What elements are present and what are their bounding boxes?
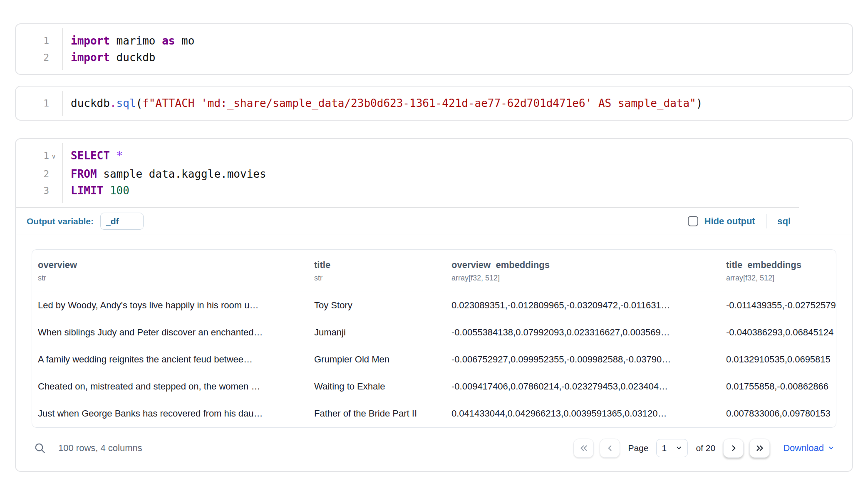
page-select[interactable]: 1 (656, 439, 688, 457)
download-button[interactable]: Download (783, 443, 835, 454)
cell-overview_embeddings: -0.009417406,0.07860214,-0.023279453,0.0… (446, 373, 720, 400)
table-header-row: overviewstrtitlestroverview_embeddingsar… (32, 250, 836, 292)
toolbar-divider (766, 214, 767, 228)
cell-title_embeddings: -0.011439355,-0.02752579 (720, 292, 836, 319)
table-row[interactable]: Led by Woody, Andy's toys live happily i… (32, 292, 836, 319)
line-number-gutter: 1∨ (16, 147, 62, 166)
cell-title: Father of the Bride Part II (308, 400, 446, 427)
sql-cell: 1∨SELECT *2FROM sample_data.kaggle.movie… (15, 138, 853, 472)
previous-page-button[interactable] (600, 439, 620, 458)
code-line[interactable]: 3LIMIT 100 (16, 182, 852, 199)
code-cell-attach: 1duckdb.sql(f"ATTACH 'md:_share/sample_d… (15, 86, 853, 121)
pagination: Page 1 of 20 (573, 439, 835, 458)
cell-overview: When siblings Judy and Peter discover an… (32, 319, 308, 346)
cell-overview_embeddings: -0.0055384138,0.07992093,0.023316627,0.0… (446, 319, 720, 346)
code-editor-imports[interactable]: 1import marimo as mo2import duckdb (16, 24, 852, 74)
chevron-right-icon (729, 444, 738, 453)
code-editor-attach[interactable]: 1duckdb.sql(f"ATTACH 'md:_share/sample_d… (16, 87, 852, 120)
table-row[interactable]: Cheated on, mistreated and stepped on, t… (32, 373, 836, 400)
code-line[interactable]: 1duckdb.sql(f"ATTACH 'md:_share/sample_d… (16, 95, 852, 112)
chevron-left-icon (605, 444, 615, 453)
toolbar-right-group: Hide output sql (688, 214, 791, 228)
table-row[interactable]: When siblings Judy and Peter discover an… (32, 319, 836, 346)
page-select-value: 1 (662, 443, 667, 453)
line-number-gutter: 2 (16, 49, 62, 66)
column-header-title[interactable]: titlestr (308, 250, 446, 292)
code-editor-sql[interactable]: 1∨SELECT *2FROM sample_data.kaggle.movie… (16, 139, 852, 207)
line-number-gutter: 2 (16, 166, 62, 182)
cell-overview: Cheated on, mistreated and stepped on, t… (32, 373, 308, 400)
page-count-label: of 20 (696, 443, 715, 453)
cell-overview_embeddings: -0.006752927,0.099952355,-0.009982588,-0… (446, 346, 720, 373)
column-header-overview_embeddings[interactable]: overview_embeddingsarray[f32, 512] (446, 250, 720, 292)
cell-title_embeddings: 0.01755858,-0.00862866 (720, 373, 836, 400)
cell-overview: Just when George Banks has recovered fro… (32, 400, 308, 427)
code-line[interactable]: 1∨SELECT * (16, 147, 852, 166)
code-line[interactable]: 1import marimo as mo (16, 32, 852, 49)
download-label: Download (783, 443, 824, 454)
code-line[interactable]: 2FROM sample_data.kaggle.movies (16, 166, 852, 182)
cell-overview_embeddings: 0.023089351,-0.012809965,-0.03209472,-0.… (446, 292, 720, 319)
cell-title: Toy Story (308, 292, 446, 319)
code-line[interactable]: 2import duckdb (16, 49, 852, 66)
table-footer-left: 100 rows, 4 columns (33, 441, 142, 455)
chevron-down-icon (828, 444, 835, 451)
last-page-button[interactable] (749, 439, 770, 458)
hide-output-label[interactable]: Hide output (704, 216, 755, 227)
query-output: overviewstrtitlestroverview_embeddingsar… (16, 235, 852, 458)
line-number-gutter: 1 (16, 32, 62, 49)
sql-cell-toolbar: Output variable: Hide output sql (16, 208, 852, 235)
cell-title: Grumpier Old Men (308, 346, 446, 373)
cell-title_embeddings: 0.0132910535,0.0695815 (720, 346, 836, 373)
first-page-button[interactable] (573, 439, 594, 458)
table-summary: 100 rows, 4 columns (58, 443, 142, 454)
code-cell-imports: 1import marimo as mo2import duckdb (15, 23, 853, 75)
cell-title_embeddings: -0.040386293,0.06845124 (720, 319, 836, 346)
cell-title_embeddings: 0.007833006,0.09780153 (720, 400, 836, 427)
column-header-title_embeddings[interactable]: title_embeddingsarray[f32, 512] (720, 250, 836, 292)
search-icon[interactable] (33, 441, 47, 455)
chevron-down-icon (675, 444, 682, 451)
result-table-card: overviewstrtitlestroverview_embeddingsar… (32, 249, 836, 428)
cell-title: Waiting to Exhale (308, 373, 446, 400)
table-row[interactable]: A family wedding reignites the ancient f… (32, 346, 836, 373)
output-variable-label: Output variable: (27, 216, 94, 226)
line-number-gutter: 1 (16, 95, 62, 112)
output-variable-input[interactable] (100, 213, 144, 230)
column-header-overview[interactable]: overviewstr (32, 250, 308, 292)
hide-output-checkbox[interactable] (688, 216, 698, 226)
cell-overview: Led by Woody, Andy's toys live happily i… (32, 292, 308, 319)
fold-chevron-icon[interactable]: ∨ (49, 147, 58, 166)
result-table: overviewstrtitlestroverview_embeddingsar… (32, 250, 836, 427)
table-body: Led by Woody, Andy's toys live happily i… (32, 292, 836, 427)
table-row[interactable]: Just when George Banks has recovered fro… (32, 400, 836, 427)
line-number-gutter: 3 (16, 182, 62, 199)
language-badge[interactable]: sql (777, 216, 791, 227)
cell-title: Jumanji (308, 319, 446, 346)
page-label: Page (628, 443, 648, 453)
table-footer: 100 rows, 4 columns Page 1 (32, 439, 836, 458)
chevrons-right-icon (755, 444, 764, 453)
next-page-button[interactable] (723, 439, 744, 458)
cell-overview: A family wedding reignites the ancient f… (32, 346, 308, 373)
chevrons-left-icon (579, 444, 588, 453)
cell-overview_embeddings: 0.041433044,0.042966213,0.0039591365,0.0… (446, 400, 720, 427)
